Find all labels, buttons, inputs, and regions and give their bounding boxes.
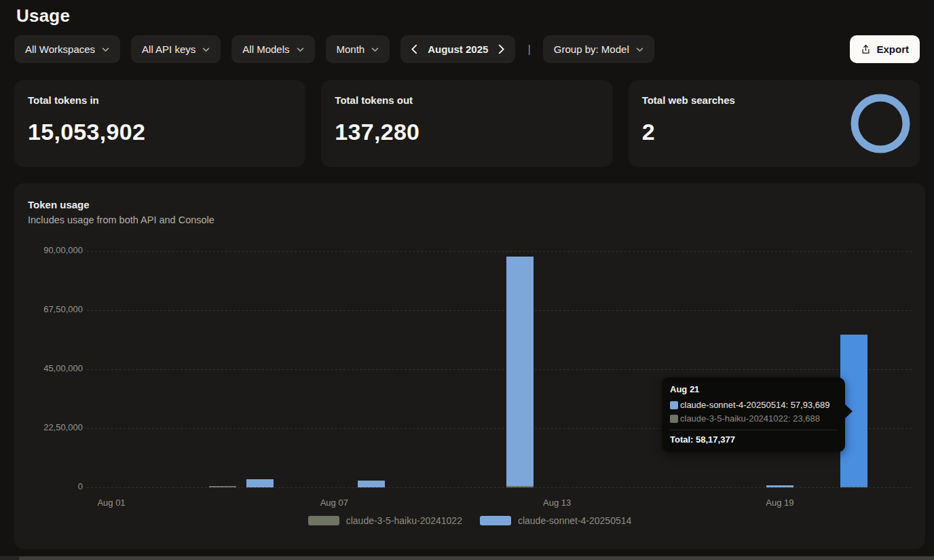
chart-legend: claude-3-5-haiku-20241022 claude-sonnet-… [14,515,925,526]
stat-card-tokens-in: Total tokens in 15,053,902 [14,80,305,167]
tooltip-swatch [670,415,678,423]
token-usage-chart-card: Token usage Includes usage from both API… [14,183,925,549]
tooltip-total: Total: 58,17,377 [670,434,837,445]
tooltip-row-sonnet: claude-sonnet-4-20250514: 57,93,689 [670,398,837,412]
scrollbar-thumb[interactable] [19,557,934,560]
y-axis-tick-label: 90,00,000 [14,245,83,255]
gridline [87,369,912,370]
workspaces-filter-label: All Workspaces [25,43,95,55]
tooltip-arrow [844,404,853,419]
stat-label: Total tokens in [28,94,292,106]
chevron-down-icon [202,47,210,52]
period-navigator: August 2025 [400,35,515,63]
legend-swatch [480,516,511,525]
next-period-button[interactable] [498,44,504,54]
export-icon [861,44,871,55]
legend-item-haiku[interactable]: claude-3-5-haiku-20241022 [308,515,462,526]
horizontal-scrollbar[interactable] [0,556,934,560]
bar-segment-claude-sonnet-4-20250514-aug-12[interactable] [506,257,534,486]
tooltip-title: Aug 21 [670,384,837,394]
chart-title: Token usage [28,199,90,210]
api-keys-filter-label: All API keys [142,43,195,55]
page-title: Usage [16,5,920,26]
toolbar-divider: | [526,43,531,56]
stat-label: Total tokens out [335,94,599,106]
gridline [87,487,912,488]
gridline [87,310,912,311]
donut-ring [855,98,906,149]
stat-card-web-searches: Total web searches 2 [629,80,920,167]
chart-tooltip: Aug 21 claude-sonnet-4-20250514: 57,93,6… [662,377,845,452]
chevron-down-icon [371,47,379,52]
x-axis-tick-label: Aug 13 [527,498,588,508]
chevron-down-icon [636,47,643,52]
previous-period-button[interactable] [411,44,417,54]
interval-label: Month [337,43,365,55]
stat-value: 137,280 [335,119,599,145]
chart-subtitle: Includes usage from both API and Console [28,214,214,225]
export-button-label: Export [876,43,909,55]
tooltip-swatch [670,401,678,409]
stats-row: Total tokens in 15,053,902 Total tokens … [14,80,920,167]
export-button[interactable]: Export [850,35,920,63]
models-filter-label: All Models [242,43,289,55]
web-searches-donut-chart [851,94,910,153]
tooltip-divider [670,430,837,430]
legend-swatch [308,516,339,525]
y-axis-tick-label: 22,50,000 [14,422,83,432]
bar-segment-claude-3-5-haiku-20241022-aug-12[interactable] [506,486,534,487]
bar-segment-claude-sonnet-4-20250514-aug-19[interactable] [766,485,793,487]
bar-segment-claude-3-5-haiku-20241022-aug-21[interactable] [840,487,867,487]
models-filter-dropdown[interactable]: All Models [231,35,314,63]
period-label: August 2025 [428,43,488,55]
y-axis-tick-label: 67,50,000 [14,304,83,314]
interval-dropdown[interactable]: Month [326,35,390,63]
x-axis-tick-label: Aug 07 [303,498,365,508]
x-axis-tick-label: Aug 01 [81,498,142,508]
legend-label: claude-3-5-haiku-20241022 [346,515,462,526]
group-by-dropdown[interactable]: Group by: Model [543,35,654,63]
legend-label: claude-sonnet-4-20250514 [518,515,631,526]
filter-toolbar: All Workspaces All API keys All Models M… [14,35,920,63]
group-by-label: Group by: Model [554,43,629,55]
legend-item-sonnet[interactable]: claude-sonnet-4-20250514 [480,515,631,526]
chevron-down-icon [102,47,109,52]
workspaces-filter-dropdown[interactable]: All Workspaces [14,35,120,63]
stat-card-tokens-out: Total tokens out 137,280 [321,80,612,167]
bar-segment-claude-3-5-haiku-20241022-aug-4[interactable] [209,486,236,487]
stat-value: 15,053,902 [28,119,292,145]
y-axis-tick-label: 0 [14,481,83,491]
api-keys-filter-dropdown[interactable]: All API keys [131,35,221,63]
x-axis-tick-label: Aug 19 [749,498,810,508]
y-axis-tick-label: 45,00,000 [14,363,83,373]
bar-segment-claude-sonnet-4-20250514-aug-8[interactable] [358,481,385,487]
chevron-down-icon [297,47,304,52]
bar-segment-claude-sonnet-4-20250514-aug-5[interactable] [246,479,274,487]
tooltip-row-haiku: claude-3-5-haiku-20241022: 23,688 [670,412,837,426]
gridline [87,251,912,252]
